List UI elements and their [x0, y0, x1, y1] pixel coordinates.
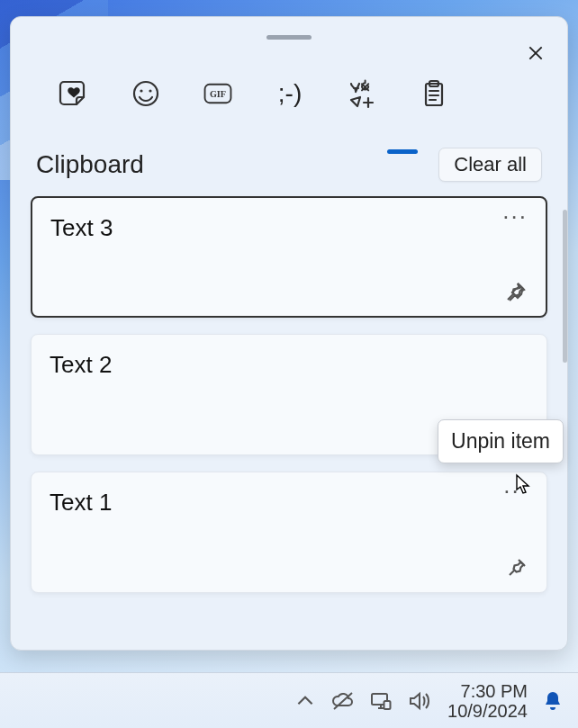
tab-strip: GIF ;-)	[11, 40, 567, 122]
clip-text: Text 2	[50, 351, 528, 379]
close-icon	[527, 44, 545, 62]
cloud-sync-button[interactable]	[330, 688, 356, 714]
taskbar: 7:30 PM 10/9/2024	[0, 672, 578, 728]
tooltip: Unpin item	[438, 419, 564, 463]
tab-symbols[interactable]	[342, 74, 382, 113]
clipboard-items: Text 3 ··· Text 2 Text 1 ···	[11, 191, 567, 602]
tab-kaomoji[interactable]: ;-)	[270, 74, 310, 113]
bell-icon	[542, 690, 564, 712]
clip-text: Text 3	[50, 214, 528, 242]
svg-text:GIF: GIF	[210, 89, 226, 99]
tab-gif[interactable]: GIF	[198, 74, 238, 113]
tab-favorites[interactable]	[54, 74, 94, 113]
volume-button[interactable]	[406, 688, 431, 714]
clock-button[interactable]: 7:30 PM 10/9/2024	[447, 681, 528, 721]
emoji-clipboard-flyout: GIF ;-) Clipboard Clear all Text 3	[10, 16, 568, 651]
clipboard-item[interactable]: Text 1 ···	[31, 472, 547, 593]
scrollbar-thumb[interactable]	[563, 210, 567, 363]
sticker-heart-icon	[59, 78, 89, 109]
tab-clipboard[interactable]	[414, 74, 454, 113]
active-tab-indicator	[387, 149, 418, 154]
clipboard-icon	[419, 78, 449, 109]
more-button[interactable]: ···	[502, 211, 528, 221]
cloud-off-icon	[331, 689, 355, 713]
smiley-icon	[131, 78, 161, 109]
clip-text: Text 1	[50, 489, 528, 517]
time-text: 7:30 PM	[447, 681, 528, 701]
monitor-icon	[369, 689, 393, 713]
svg-point-2	[149, 89, 151, 92]
notifications-button[interactable]	[540, 688, 565, 714]
tray-expand-button[interactable]	[293, 688, 318, 714]
more-button[interactable]: ···	[503, 485, 528, 496]
speaker-icon	[407, 689, 430, 713]
network-button[interactable]	[368, 688, 393, 714]
section-title: Clipboard	[36, 150, 144, 179]
svg-point-1	[140, 89, 142, 92]
pin-icon	[505, 281, 527, 302]
chevron-up-icon	[294, 689, 317, 713]
clear-all-button[interactable]: Clear all	[438, 148, 542, 182]
svg-rect-8	[384, 701, 391, 709]
tab-emoji[interactable]	[126, 74, 166, 113]
pin-button[interactable]	[504, 280, 528, 303]
symbols-icon	[347, 78, 377, 109]
clipboard-item[interactable]: Text 3 ···	[31, 196, 547, 318]
pin-icon	[506, 557, 528, 579]
close-button[interactable]	[522, 40, 549, 67]
date-text: 10/9/2024	[447, 701, 528, 721]
gif-icon: GIF	[203, 78, 233, 109]
pin-button[interactable]	[505, 556, 528, 580]
